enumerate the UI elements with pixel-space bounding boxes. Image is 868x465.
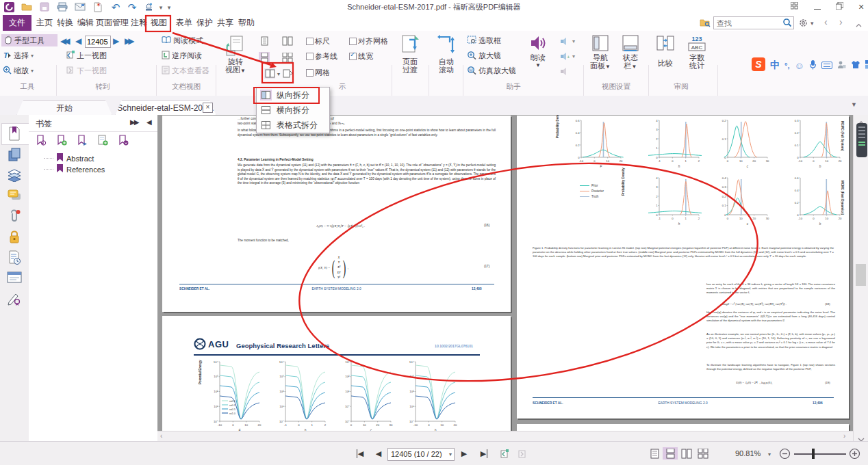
status-single-page-button[interactable]: [648, 447, 661, 460]
sogou-logo-icon[interactable]: S: [752, 57, 765, 74]
pages-panel-icon[interactable]: [8, 148, 21, 164]
minimize-button[interactable]: [808, 0, 827, 14]
signatures-panel-icon[interactable]: [7, 291, 22, 309]
status-page-combo[interactable]: 12405 (10 / 22) ▾: [387, 448, 455, 461]
ruler-checkbox[interactable]: [306, 38, 314, 45]
find-search-icon[interactable]: [782, 18, 792, 30]
vertical-scrollbar[interactable]: [853, 115, 868, 441]
pdf-page-grl-header[interactable]: AGU Geophysical Research Letters 10.1002…: [162, 316, 511, 441]
bookmark-next-icon[interactable]: [77, 135, 88, 149]
menu-tab-form[interactable]: 表单: [174, 15, 194, 31]
collapse-panel-arrow-icon[interactable]: ▼: [851, 101, 857, 108]
next-page-button[interactable]: ▶: [113, 35, 119, 47]
read-mode-button[interactable]: 阅读模式: [162, 34, 203, 46]
status-last-page-button[interactable]: ▶: [477, 447, 491, 460]
scroll-down-arrow-icon[interactable]: [858, 433, 865, 441]
status-next-view-button[interactable]: [515, 447, 528, 460]
status-continuous-button[interactable]: [663, 447, 678, 460]
read-aloud-button[interactable]: 朗读 ▼: [524, 34, 552, 70]
text-viewer-button[interactable]: 文本查看器: [162, 64, 209, 77]
separate-cover-view-button[interactable]: [282, 68, 293, 79]
nav-back-icon[interactable]: ‹: [824, 16, 828, 27]
restore-button[interactable]: [830, 0, 849, 14]
auto-scroll-button[interactable]: 自动 滚动: [432, 34, 461, 74]
ime-keyboard-icon[interactable]: [821, 59, 832, 72]
zoom-tool-button[interactable]: 缩放▾: [3, 64, 34, 77]
first-page-button[interactable]: ◀◀: [60, 35, 67, 47]
pdf-page-12406[interactable]: Probability Density 0.60.40.20-1001020F …: [517, 116, 849, 418]
ribbon-page-number-input[interactable]: [85, 36, 111, 48]
menu-tab-organize[interactable]: 页面管理: [96, 15, 129, 31]
select-tool-button[interactable]: T 选择▾: [3, 49, 34, 62]
layers-panel-icon[interactable]: [7, 168, 22, 185]
settings-dropdown-arrow-icon[interactable]: ▾: [810, 20, 814, 27]
reverse-read-button[interactable]: 逆序阅读: [162, 49, 202, 62]
pdf-page-12405[interactable]: …further constraints on these parameters…: [162, 116, 511, 312]
scroll-navigator-widget[interactable]: [856, 123, 867, 157]
audio-option-3-button[interactable]: [560, 65, 570, 77]
ime-mic-icon[interactable]: [809, 59, 817, 72]
security-panel-icon[interactable]: [8, 230, 21, 247]
split-dropdown-arrow-icon[interactable]: ▾: [277, 71, 280, 77]
tab-document[interactable]: Schneider-etal-ESM-201...: [115, 100, 216, 116]
status-bar-button[interactable]: 状态 栏▼: [617, 34, 644, 71]
hand-tool-button[interactable]: 手型工具: [1, 34, 58, 46]
menu-tab-share[interactable]: 共享: [215, 15, 235, 31]
menu-tab-view[interactable]: 视图: [149, 15, 168, 31]
menu-tab-file[interactable]: 文件: [3, 15, 31, 31]
layout-switch-button[interactable]: [784, 0, 804, 14]
menu-tab-convert[interactable]: 转换: [55, 15, 75, 31]
fields-panel-icon[interactable]: [8, 250, 21, 268]
zoom-slider-thumb[interactable]: [812, 449, 815, 459]
audio-option-2-button[interactable]: +▾: [560, 50, 575, 62]
nav-forward-icon[interactable]: ›: [839, 16, 843, 27]
menu-tab-edit[interactable]: 编辑: [75, 15, 96, 31]
compare-button[interactable]: 比较: [652, 34, 679, 67]
next-view-button[interactable]: 下一视图: [66, 64, 107, 77]
ime-toolbox-grid-icon[interactable]: [865, 59, 868, 72]
search-folder-icon[interactable]: [700, 18, 711, 30]
page-transition-button[interactable]: 页面 过渡: [395, 34, 425, 74]
bookmark-item-abstract[interactable]: Abstract: [44, 153, 94, 163]
audio-option-1-button[interactable]: ▾: [560, 35, 575, 47]
destinations-panel-icon[interactable]: [7, 271, 22, 286]
tab-start[interactable]: 开始: [16, 100, 112, 116]
bookmark-options-icon[interactable]: [118, 135, 129, 149]
document-view-area[interactable]: …further constraints on these parameters…: [157, 115, 868, 441]
status-facing-button[interactable]: [679, 447, 694, 460]
collapse-ribbon-icon[interactable]: [855, 19, 863, 31]
zoom-in-button[interactable]: [849, 448, 860, 462]
status-continuous-facing-button[interactable]: [695, 447, 711, 460]
bookmarks-panel-icon[interactable]: [8, 127, 21, 144]
menu-item-spreadsheet-split[interactable]: 表格式拆分: [257, 118, 329, 133]
zoom-slider-track[interactable]: [794, 453, 846, 455]
vertical-scroll-thumb[interactable]: [856, 264, 866, 286]
scroll-right-arrow-icon[interactable]: ›: [843, 432, 845, 440]
line-weight-checkbox[interactable]: ✓: [349, 53, 357, 60]
previous-page-button[interactable]: ◀: [75, 35, 81, 47]
continuous-view-button[interactable]: [259, 52, 270, 62]
ime-lang-mode[interactable]: 中: [770, 59, 780, 72]
menu-tab-home[interactable]: 主页: [34, 15, 55, 31]
nav-panel-button[interactable]: 导航 面板▼: [587, 34, 614, 71]
loupe-button[interactable]: M 仿真放大镜: [467, 64, 516, 77]
attachments-panel-icon[interactable]: [8, 209, 21, 226]
menu-tab-comment[interactable]: 注释: [129, 15, 149, 31]
status-next-page-button[interactable]: ▶: [459, 447, 470, 460]
status-previous-view-button[interactable]: [497, 447, 511, 460]
bookmark-expand-current-icon[interactable]: [36, 135, 47, 149]
last-page-button[interactable]: ▶▶: [125, 35, 131, 47]
marquee-button[interactable]: 选取框: [467, 34, 501, 46]
settings-gear-icon[interactable]: [798, 18, 808, 31]
ime-punct-mode[interactable]: °,: [784, 62, 789, 70]
bookmarks-expand-icon[interactable]: ▶▶: [130, 118, 138, 126]
bookmark-add-icon[interactable]: [56, 135, 67, 149]
split-view-button[interactable]: [264, 68, 275, 79]
magnifier-button[interactable]: 放大镜: [467, 49, 501, 62]
single-page-view-button[interactable]: [259, 36, 270, 46]
menu-tab-help[interactable]: 帮助: [236, 15, 257, 31]
horizontal-scrollbar[interactable]: ‹ ›: [157, 431, 853, 441]
close-button[interactable]: ×: [852, 0, 868, 14]
status-first-page-button[interactable]: ◀: [353, 447, 367, 460]
comments-panel-icon[interactable]: [7, 189, 22, 205]
